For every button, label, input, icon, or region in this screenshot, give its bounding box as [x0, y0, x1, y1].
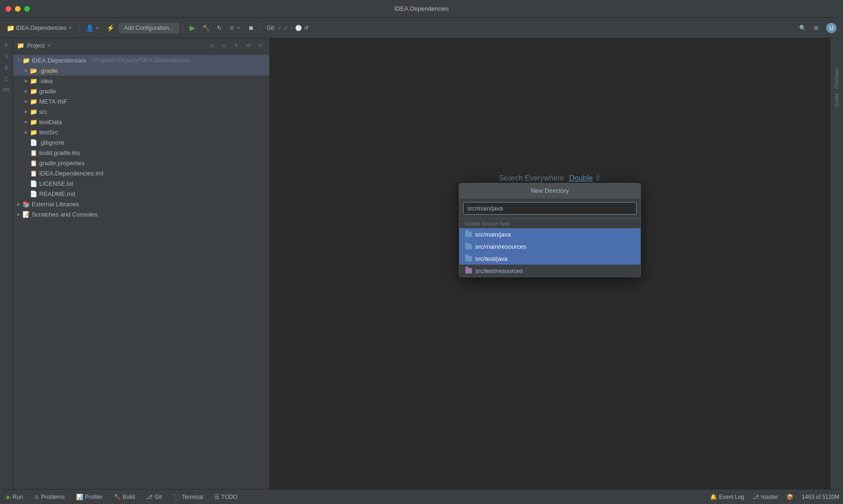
git-branch-icon: ⎇ — [752, 494, 759, 500]
build-button[interactable]: 🔨 — [200, 23, 212, 33]
tree-item-src[interactable]: ▶ 📁 src — [13, 106, 269, 117]
git-merge-icon[interactable]: ✓ — [284, 25, 288, 31]
profiler-status-button[interactable]: 📊 Profiler — [73, 493, 105, 501]
dropdown-item-src-main-resources[interactable]: src/main/resources — [459, 240, 640, 252]
traffic-lights — [6, 6, 30, 12]
meta-label: META-INF — [39, 98, 67, 105]
search-everywhere-hint: Search Everywhere Double ⇧ — [270, 174, 830, 182]
dropdown-item-src-test-resources[interactable]: src/test/resources — [459, 265, 640, 277]
lightning-icon: ⚡ — [107, 24, 114, 32]
user-profile-button[interactable]: 👤 ▼ — [83, 23, 102, 33]
root-label: IDEA.Dependencies — [32, 57, 86, 64]
license-label: LICENSE.txt — [39, 180, 73, 187]
src-test-java-label: src/test/java — [475, 255, 507, 262]
folder-icon: 📁 — [7, 24, 14, 32]
separator-3 — [260, 23, 261, 33]
sidebar-dropdown-icon[interactable]: ▼ — [47, 43, 51, 48]
tree-item-gradle-props[interactable]: 📋 gradle.properties — [13, 158, 269, 168]
tree-item-build-gradle[interactable]: 📋 build.gradle.kts — [13, 147, 269, 158]
idea-label: .idea — [39, 77, 52, 84]
terminal-status-button[interactable]: ⬛ Terminal — [170, 493, 206, 501]
tree-item-gradle-folder[interactable]: ▶ 📂 .gradle — [13, 65, 269, 76]
build-status-button[interactable]: 🔨 Build — [111, 493, 138, 501]
gutter-structure-icon[interactable]: S — [1, 51, 12, 62]
gutter-bookmarks-icon[interactable]: B — [1, 63, 12, 73]
gradle-dir-icon: 📁 — [30, 87, 37, 95]
run-config-button[interactable]: ⚡ — [104, 23, 117, 33]
gradle2-arrow-icon: ▶ — [22, 87, 30, 95]
avatar-button[interactable]: U — [823, 21, 839, 35]
line-col-status: 1463 of 5120M — [802, 494, 839, 500]
idea-arrow-icon: ▶ — [22, 77, 30, 84]
coverage-button[interactable]: ⛭ ▼ — [226, 23, 244, 33]
tree-item-meta-inf[interactable]: ▶ 📁 META-INF — [13, 96, 269, 106]
tree-item-readme[interactable]: 📄 README.md — [13, 189, 269, 199]
settings-button[interactable]: ⚙ — [811, 23, 822, 33]
memory-icon: 📦 — [787, 494, 794, 500]
search-everywhere-button[interactable]: 🔍 — [796, 23, 809, 33]
tree-item-idea[interactable]: ▶ 📁 .idea — [13, 76, 269, 86]
collapse-icon[interactable]: ≡ — [219, 41, 229, 51]
gutter-commit-icon[interactable]: C — [1, 74, 12, 84]
git-revert-icon[interactable]: ↺ — [304, 25, 309, 31]
search-icon: 🔍 — [799, 25, 806, 31]
git-push-icon[interactable]: ↑ — [290, 25, 293, 31]
tree-item-external-libs[interactable]: ▶ 📚 External Libraries — [13, 199, 269, 209]
dropdown-item-src-test-java[interactable]: src/test/java — [459, 252, 640, 265]
root-path: ~/Projects/3rd party/IDEA.Dependencies — [89, 57, 190, 63]
gradle-label[interactable]: Gradle — [834, 91, 839, 109]
run-icon: ▶ — [190, 23, 195, 32]
refresh-button[interactable]: ↻ — [214, 23, 225, 33]
separator-2 — [183, 23, 183, 33]
settings-sidebar-icon[interactable]: ⚙ — [243, 41, 253, 51]
tree-root[interactable]: ▼ 📁 IDEA.Dependencies ~/Projects/3rd par… — [13, 55, 269, 65]
gutter-project-icon[interactable]: P — [1, 40, 12, 50]
src-main-java-label: src/main/java — [475, 231, 511, 238]
memory-indicator[interactable]: 📦 — [784, 493, 796, 501]
tree-item-gitignore[interactable]: 📄 .gitignore — [13, 137, 269, 147]
add-configuration-button[interactable]: Add Configuration... — [119, 23, 179, 33]
close-sidebar-icon[interactable]: ✕ — [255, 41, 266, 51]
gradle-label: .gradle — [39, 67, 58, 74]
git-clock-icon[interactable]: 🕐 — [295, 25, 302, 31]
git-status-button[interactable]: ⎇ Git — [143, 493, 164, 501]
psviewer-label[interactable]: PsiViewer — [834, 66, 839, 91]
problems-status-button[interactable]: ⚠ Problems — [31, 493, 68, 501]
src-folder-icon: 📁 — [30, 108, 37, 115]
sidebar-folder-icon: 📁 — [17, 42, 24, 49]
maximize-button[interactable] — [24, 6, 30, 12]
run-button[interactable]: ▶ — [187, 22, 198, 34]
tree-item-scratches[interactable]: ▶ 📝 Scratches and Consoles — [13, 209, 269, 219]
dropdown-item-src-main-java[interactable]: src/main/java — [459, 228, 640, 240]
locate-icon[interactable]: ◎ — [207, 41, 217, 51]
minimize-button[interactable] — [15, 6, 21, 12]
gutter-pullrequest-icon[interactable]: PR — [1, 85, 12, 95]
dropdown-list: src/main/java src/main/resources — [459, 228, 640, 277]
build-gradle-icon: 📋 — [30, 149, 37, 156]
build-status-icon: 🔨 — [114, 494, 121, 500]
idea-folder-icon: 📁 — [30, 77, 37, 84]
close-button[interactable] — [6, 6, 11, 12]
stop-button[interactable]: ⏹ — [246, 23, 257, 33]
run-status-button[interactable]: ▶ Run — [4, 493, 26, 501]
tree-item-testdata[interactable]: ▶ 📁 testData — [13, 117, 269, 127]
expand-icon[interactable]: ⇅ — [231, 41, 241, 51]
window-title: IDEA.Dependencies — [394, 5, 449, 12]
testsrc-arrow-icon: ▶ — [22, 128, 30, 136]
readme-label: README.md — [39, 190, 75, 197]
git-check-icon[interactable]: ✓ — [277, 25, 282, 31]
new-dir-input[interactable] — [463, 202, 637, 215]
git-branch-status[interactable]: ⎇ master — [752, 494, 778, 500]
hammer-icon: 🔨 — [203, 25, 210, 31]
todo-status-button[interactable]: ☰ TODO — [211, 493, 240, 501]
tree-item-gradle[interactable]: ▶ 📁 gradle — [13, 86, 269, 96]
run-status-icon: ▶ — [7, 494, 11, 500]
toolbar: 📁 IDEA.Dependencies ▼ 👤 ▼ ⚡ Add Configur… — [0, 18, 843, 38]
tree-item-license[interactable]: 📄 LICENSE.txt — [13, 178, 269, 189]
tree-item-iml[interactable]: 📋 IDEA.Dependencies.iml — [13, 168, 269, 178]
sidebar-header: 📁 Project ▼ ◎ ≡ ⇅ ⚙ ✕ — [13, 38, 269, 53]
tree-item-testsrc[interactable]: ▶ 📁 testSrc — [13, 127, 269, 137]
left-gutter: P S B C PR — [0, 38, 13, 489]
project-icon[interactable]: 📁 IDEA.Dependencies ▼ — [4, 23, 75, 33]
event-log-button[interactable]: 🔔 Event Log — [707, 493, 747, 501]
